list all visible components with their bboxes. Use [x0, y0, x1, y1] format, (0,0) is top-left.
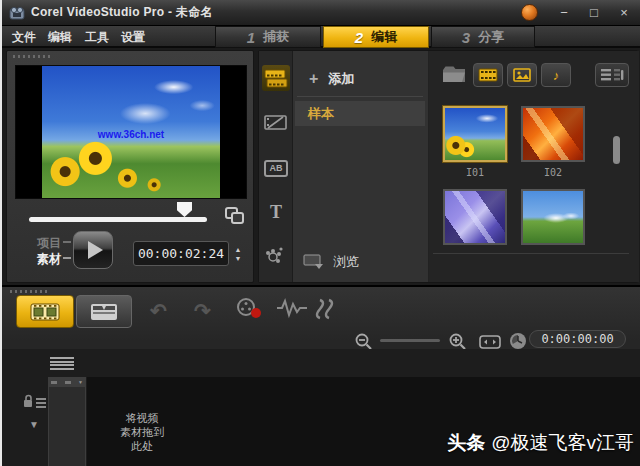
- menu-edit[interactable]: 编辑: [48, 29, 72, 46]
- gallery-scrollbar[interactable]: [613, 136, 620, 164]
- drop-hint: 将视频 素材拖到 此处: [106, 411, 178, 453]
- filter-photo-button[interactable]: [507, 63, 537, 87]
- scrubber-marker[interactable]: [177, 202, 192, 217]
- folder-icon[interactable]: [441, 64, 467, 85]
- nav-divider: [297, 96, 423, 97]
- spinner-up-icon[interactable]: ▲: [235, 246, 242, 253]
- thumbnail-i02[interactable]: [521, 106, 585, 162]
- timeline-timecode[interactable]: 0:00:00:00: [529, 330, 626, 348]
- video-filter-icon: [478, 68, 498, 82]
- list-view-icon: [600, 68, 624, 82]
- track-manager-icon[interactable]: [50, 355, 74, 372]
- thumbnail-i01[interactable]: [443, 106, 507, 162]
- clip-dash: [63, 257, 71, 259]
- menu-file[interactable]: 文件: [12, 29, 36, 46]
- browse-label: 浏览: [333, 253, 359, 271]
- minimize-button[interactable]: −: [552, 4, 576, 22]
- record-capture-icon[interactable]: [234, 297, 264, 321]
- gallery-divider: [433, 253, 629, 254]
- sound-mixer-icon[interactable]: [276, 297, 308, 319]
- instant-project-button[interactable]: [262, 109, 290, 135]
- video-track-header[interactable]: ▼: [48, 377, 86, 466]
- plus-icon: +: [309, 70, 318, 88]
- thumbnail-label: I02: [521, 167, 585, 178]
- add-label: 添加: [328, 70, 354, 88]
- undo-button[interactable]: ↶: [150, 299, 167, 323]
- media-filmstrip-icon: [264, 68, 288, 89]
- view-options-button[interactable]: [595, 63, 629, 87]
- photo-filter-icon: [513, 68, 531, 82]
- project-mode-label[interactable]: 项目: [37, 235, 61, 252]
- tab-share[interactable]: 3 分享: [431, 26, 535, 48]
- maximize-button[interactable]: □: [582, 4, 606, 22]
- storyboard-view-button[interactable]: [16, 295, 74, 328]
- close-button[interactable]: ×: [612, 4, 636, 22]
- window-title: Corel VideoStudio Pro - 未命名: [31, 4, 213, 21]
- tab-capture[interactable]: 1 捕获: [215, 26, 321, 48]
- media-library-button[interactable]: [262, 65, 290, 91]
- add-gallery-button[interactable]: + 添加: [293, 65, 429, 93]
- video-frame: www.36ch.net: [42, 66, 220, 198]
- brand-badge-icon: [521, 4, 538, 21]
- transition-ab-icon: AB: [264, 160, 288, 177]
- clock-icon[interactable]: [509, 332, 527, 350]
- watermark-brand: 头条: [447, 432, 485, 453]
- app-window: Corel VideoStudio Pro - 未命名 − □ × 文件 编辑 …: [0, 0, 640, 466]
- thumbnail-label: I01: [443, 167, 507, 178]
- library-nav: + 添加 样本 浏览: [293, 51, 429, 282]
- gallery: ♪ I01 I02: [429, 51, 639, 282]
- project-dash: [63, 241, 71, 243]
- preview-timecode[interactable]: 00:00:02:24: [133, 241, 229, 266]
- menu-bar: 文件 编辑 工具 设置 1 捕获 2 编辑 3 分享: [2, 26, 640, 48]
- instant-project-icon: [264, 113, 288, 132]
- panel-drag-handle[interactable]: [10, 290, 48, 293]
- gallery-category-sample[interactable]: 样本: [295, 101, 425, 126]
- fit-project-icon[interactable]: [479, 335, 501, 349]
- timeline-view-button[interactable]: [76, 295, 132, 328]
- filter-video-button[interactable]: [473, 63, 503, 87]
- video-preview: www.36ch.net: [15, 65, 247, 199]
- track-lock-icon[interactable]: [22, 393, 48, 409]
- library-category-strip: AB T: [259, 51, 293, 282]
- library-panel: AB T + 添加 样本: [258, 50, 638, 283]
- title-t-icon: T: [270, 202, 282, 223]
- graphic-gear-icon: [265, 246, 287, 266]
- panel-drag-handle[interactable]: [13, 55, 51, 58]
- thumbnail-i04[interactable]: [521, 189, 585, 245]
- timeline-zoom-slider[interactable]: [380, 339, 440, 342]
- title-bar[interactable]: Corel VideoStudio Pro - 未命名 − □ ×: [2, 0, 640, 26]
- browse-button[interactable]: 浏览: [303, 253, 359, 271]
- video-watermark: www.36ch.net: [98, 129, 164, 140]
- play-button[interactable]: [73, 231, 113, 269]
- title-library-button[interactable]: T: [262, 199, 290, 225]
- music-note-icon: ♪: [553, 68, 560, 83]
- menu-settings[interactable]: 设置: [121, 29, 145, 46]
- auto-music-icon[interactable]: [314, 297, 340, 321]
- track-header-strip[interactable]: ▼: [49, 378, 85, 387]
- spinner-down-icon[interactable]: ▼: [235, 255, 242, 262]
- preview-panel: www.36ch.net 项目 素材 00:00:02:24 ▲ ▼: [6, 50, 254, 283]
- app-icon: [9, 6, 25, 20]
- graphic-library-button[interactable]: [262, 243, 290, 269]
- scrubber-bar[interactable]: [29, 217, 207, 222]
- timecode-spinner[interactable]: ▲ ▼: [232, 241, 244, 266]
- clip-mode-label[interactable]: 素材: [37, 251, 61, 268]
- thumbnail-i03[interactable]: [443, 189, 507, 245]
- enlarge-preview-icon[interactable]: [225, 207, 245, 225]
- play-icon: [88, 241, 103, 259]
- watermark-handle: @极速飞客v江哥: [491, 432, 634, 453]
- storyboard-icon: [30, 302, 60, 322]
- browse-icon: [303, 254, 325, 270]
- timeline-view-icon: [90, 303, 118, 321]
- filter-audio-button[interactable]: ♪: [541, 63, 571, 87]
- tab-edit[interactable]: 2 编辑: [323, 26, 429, 48]
- menu-tools[interactable]: 工具: [85, 29, 109, 46]
- transition-library-button[interactable]: AB: [262, 155, 290, 181]
- track-collapse-icon[interactable]: ▼: [29, 419, 39, 430]
- redo-button[interactable]: ↷: [194, 299, 211, 323]
- toutiao-watermark: 头条@极速飞客v江哥: [447, 430, 634, 456]
